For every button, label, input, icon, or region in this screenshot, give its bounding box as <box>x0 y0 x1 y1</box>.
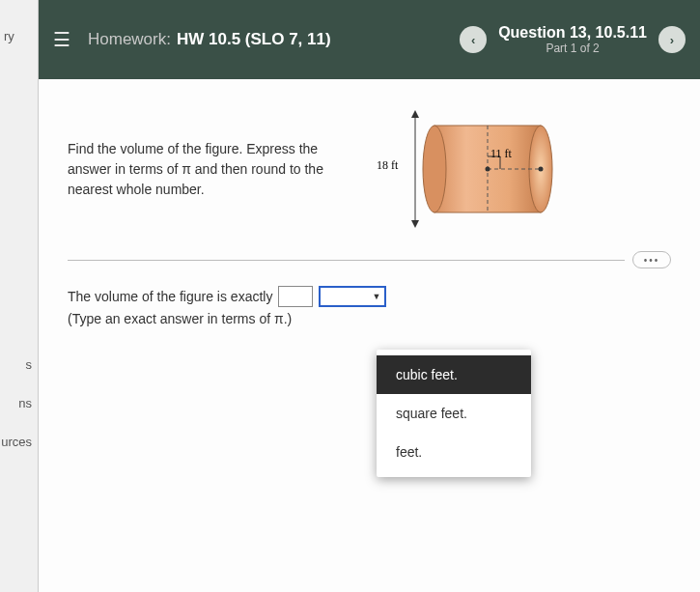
answer-input[interactable] <box>278 286 313 307</box>
height-label: 18 ft <box>377 158 398 173</box>
chevron-down-icon: ▼ <box>373 292 381 301</box>
svg-point-8 <box>486 167 490 172</box>
homework-title: HW 10.5 (SLO 7, 11) <box>177 30 331 49</box>
prev-question-button[interactable]: ‹ <box>460 26 487 53</box>
svg-marker-1 <box>411 110 419 118</box>
answer-hint: (Type an exact answer in terms of π.) <box>68 311 671 326</box>
cylinder-figure: 18 ft 11 ft <box>367 106 579 232</box>
dropdown-option-feet[interactable]: feet. <box>377 433 531 471</box>
answer-prompt: The volume of the figure is exactly <box>68 289 272 304</box>
question-part: Part 1 of 2 <box>498 42 647 55</box>
header: ☰ Homework: HW 10.5 (SLO 7, 11) ‹ Questi… <box>39 0 700 79</box>
radius-label: 11 ft <box>490 147 512 161</box>
sidebar-fragment-3: ns <box>18 396 32 410</box>
more-options-button[interactable]: ••• <box>632 251 671 268</box>
menu-icon[interactable]: ☰ <box>53 28 70 51</box>
problem-text: Find the volume of the figure. Express t… <box>68 139 338 200</box>
sidebar-fragment-4: urces <box>1 435 32 449</box>
dropdown-option-cubic-feet[interactable]: cubic feet. <box>377 355 531 394</box>
unit-dropdown[interactable]: ▼ <box>319 286 386 307</box>
question-number: Question 13, 10.5.11 <box>498 24 647 42</box>
next-question-button[interactable]: › <box>658 26 686 53</box>
dropdown-option-square-feet[interactable]: square feet. <box>377 394 531 433</box>
homework-label: Homework: <box>88 30 171 49</box>
svg-point-9 <box>539 167 544 172</box>
sidebar-fragment-2: s <box>26 357 33 372</box>
svg-point-4 <box>423 126 446 212</box>
unit-dropdown-menu: cubic feet. square feet. feet. <box>377 350 531 477</box>
content-area: Find the volume of the figure. Express t… <box>39 79 700 592</box>
svg-marker-2 <box>411 220 419 228</box>
sidebar-fragment-1: ry <box>4 29 14 43</box>
divider <box>68 260 625 261</box>
